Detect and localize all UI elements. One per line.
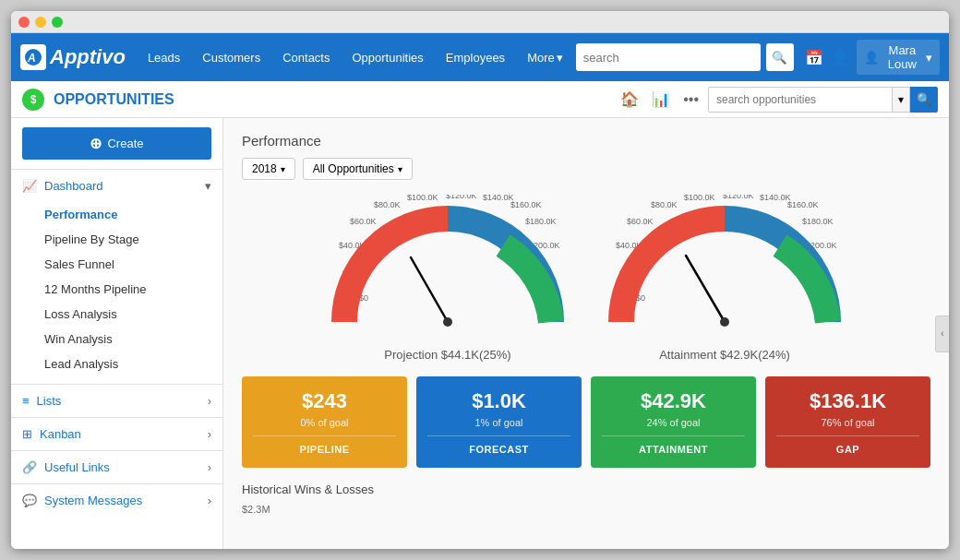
svg-text:$100.0K: $100.0K xyxy=(407,195,438,202)
attainment-label: ATTAINMENT xyxy=(602,435,745,455)
nav-icons: 📅 👤 👤 Mara Louw ▾ xyxy=(805,40,940,75)
scope-filter-btn[interactable]: All Opportunities ▾ xyxy=(303,158,413,180)
filter-bar: 2018 ▾ All Opportunities ▾ xyxy=(242,158,930,180)
close-btn[interactable] xyxy=(18,17,30,28)
more-options-btn[interactable]: ••• xyxy=(679,88,702,112)
sidebar: ⊕ Create 📈 Dashboard ▾ Performance Pipel… xyxy=(11,118,223,549)
more-chevron-icon: ▾ xyxy=(557,51,563,65)
maximize-btn[interactable] xyxy=(52,17,63,28)
calendar-icon-btn[interactable]: 📅 xyxy=(805,49,823,66)
sidebar-section-useful-links: 🔗 Useful Links › xyxy=(11,450,222,483)
gap-sub: 76% of goal xyxy=(776,417,919,428)
sidebar-sub-loss[interactable]: Loss Analysis xyxy=(44,302,222,327)
home-icon: 🏠 xyxy=(620,90,639,108)
sidebar-collapse-btn[interactable]: ‹ xyxy=(935,316,949,352)
ellipsis-icon: ••• xyxy=(683,91,699,108)
sidebar-sub-win[interactable]: Win Analysis xyxy=(44,327,222,351)
sidebar-sub-12months[interactable]: 12 Months Pipeline xyxy=(44,277,222,302)
sidebar-sub-lead[interactable]: Lead Analysis xyxy=(44,351,222,376)
nav-employees[interactable]: Employees xyxy=(437,45,514,70)
chart-icon-btn[interactable]: 📊 xyxy=(648,87,674,112)
sidebar-sub-sales-funnel[interactable]: Sales Funnel xyxy=(44,252,222,277)
historical-title: Historical Wins & Losses xyxy=(242,483,930,496)
title-bar xyxy=(11,11,949,33)
pipeline-sub: 0% of goal xyxy=(253,417,396,428)
sidebar-item-system-messages[interactable]: 💬 System Messages › xyxy=(11,484,222,517)
svg-text:$140.0K: $140.0K xyxy=(760,195,791,202)
sidebar-sub-performance[interactable]: Performance xyxy=(44,202,222,227)
useful-links-chevron-icon: › xyxy=(208,460,211,474)
main-content: ‹ Performance 2018 ▾ All Opportunities ▾ xyxy=(223,118,949,549)
sub-search-button[interactable]: 🔍 xyxy=(910,87,938,113)
gauge-projection: $0 $20.0K $40.0K $60.0K $80.0K $100.0K $… xyxy=(318,195,577,362)
svg-text:$140.0K: $140.0K xyxy=(483,195,514,202)
gauges-row: $0 $20.0K $40.0K $60.0K $80.0K $100.0K $… xyxy=(242,195,930,362)
sub-nav-title: OPPORTUNITIES xyxy=(54,91,607,108)
kanban-icon: ⊞ xyxy=(22,427,32,441)
user-icon: 👤 xyxy=(831,49,849,66)
message-icon: 💬 xyxy=(22,494,37,507)
sidebar-section-lists: ≡ Lists › xyxy=(11,384,222,417)
dropdown-chevron-icon: ▾ xyxy=(898,93,904,106)
nav-leads[interactable]: Leads xyxy=(138,45,189,70)
sub-search-input[interactable] xyxy=(708,87,893,113)
sidebar-sub-pipeline[interactable]: Pipeline By Stage xyxy=(44,227,222,252)
year-caret-icon: ▾ xyxy=(281,164,285,174)
dashboard-chevron-icon: ▾ xyxy=(205,179,211,193)
search-icon: 🔍 xyxy=(772,51,787,65)
svg-point-14 xyxy=(443,317,452,327)
forecast-value: $1.0K xyxy=(427,389,570,413)
svg-text:$160.0K: $160.0K xyxy=(787,200,819,209)
stat-card-gap: $136.1K 76% of goal GAP xyxy=(765,376,930,468)
sub-search-dropdown[interactable]: ▾ xyxy=(893,87,910,113)
svg-text:$120.0K: $120.0K xyxy=(446,195,477,200)
year-filter-btn[interactable]: 2018 ▾ xyxy=(242,158,295,180)
svg-text:$60.0K: $60.0K xyxy=(627,217,654,226)
svg-text:$60.0K: $60.0K xyxy=(350,217,377,226)
global-search-input[interactable] xyxy=(576,43,761,71)
home-icon-btn[interactable]: 🏠 xyxy=(617,87,642,112)
nav-contacts[interactable]: Contacts xyxy=(273,45,339,70)
global-search: 🔍 xyxy=(576,43,794,71)
user-avatar-icon: 👤 xyxy=(864,51,879,65)
kanban-chevron-icon: › xyxy=(208,427,211,441)
sidebar-item-lists[interactable]: ≡ Lists › xyxy=(11,385,222,417)
historical-y-label: $2.3M xyxy=(242,504,930,515)
gap-label: GAP xyxy=(776,435,919,455)
logo-icon: A xyxy=(20,44,46,70)
nav-customers[interactable]: Customers xyxy=(193,45,270,70)
gauge-attainment: $0 $20.0K $40.0K $60.0K $80.0K $100.0K $… xyxy=(595,195,854,362)
pipeline-label: PIPELINE xyxy=(253,435,396,455)
stat-card-forecast: $1.0K 1% of goal FORECAST xyxy=(416,376,582,468)
svg-point-27 xyxy=(720,317,729,327)
plus-icon: ⊕ xyxy=(90,135,102,152)
svg-text:A: A xyxy=(27,52,36,65)
sidebar-item-useful-links[interactable]: 🔗 Useful Links › xyxy=(11,451,222,483)
create-button[interactable]: ⊕ Create xyxy=(22,127,211,160)
forecast-sub: 1% of goal xyxy=(427,417,570,428)
svg-text:$180.0K: $180.0K xyxy=(802,217,834,226)
sidebar-item-kanban[interactable]: ⊞ Kanban › xyxy=(11,418,222,450)
svg-text:$180.0K: $180.0K xyxy=(525,217,557,226)
link-icon: 🔗 xyxy=(22,460,37,474)
global-search-button[interactable]: 🔍 xyxy=(766,43,794,71)
nav-opportunities[interactable]: Opportunities xyxy=(342,45,432,70)
svg-text:$80.0K: $80.0K xyxy=(374,200,401,209)
sub-nav: $ OPPORTUNITIES 🏠 📊 ••• ▾ 🔍 xyxy=(11,81,949,118)
main-layout: ⊕ Create 📈 Dashboard ▾ Performance Pipel… xyxy=(11,118,949,549)
svg-text:$120.0K: $120.0K xyxy=(723,195,754,200)
sub-search-wrap: ▾ 🔍 xyxy=(708,87,938,113)
opportunities-icon: $ xyxy=(22,89,44,111)
user-icon-btn[interactable]: 👤 xyxy=(831,49,849,66)
attainment-value: $42.9K xyxy=(602,389,745,413)
sidebar-item-dashboard[interactable]: 📈 Dashboard ▾ xyxy=(11,170,222,202)
lists-icon: ≡ xyxy=(22,394,30,408)
minimize-btn[interactable] xyxy=(35,17,46,28)
dashboard-sub-items: Performance Pipeline By Stage Sales Funn… xyxy=(11,202,222,384)
nav-more[interactable]: More ▾ xyxy=(518,45,572,70)
sidebar-section-dashboard: 📈 Dashboard ▾ Performance Pipeline By St… xyxy=(11,169,222,384)
svg-line-13 xyxy=(411,257,448,322)
svg-text:$160.0K: $160.0K xyxy=(510,200,542,209)
user-menu-button[interactable]: 👤 Mara Louw ▾ xyxy=(857,40,940,75)
system-messages-chevron-icon: › xyxy=(208,494,211,507)
